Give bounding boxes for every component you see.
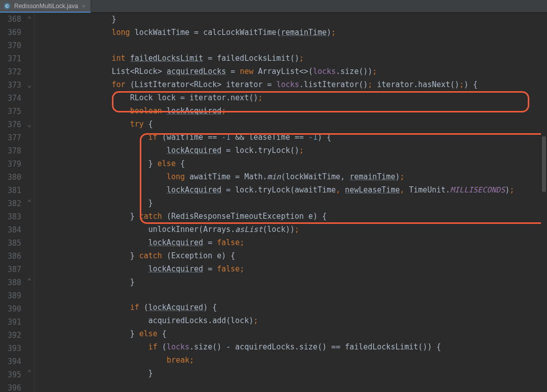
file-tab[interactable]: C RedissonMultiLock.java × — [0, 0, 91, 12]
code-line: lockAcquired = lock.tryLock(awaitTime, n… — [38, 183, 547, 197]
line-number: 380 — [0, 171, 21, 184]
fold-marker — [24, 249, 34, 262]
fold-marker — [24, 353, 34, 366]
line-number: 375 — [0, 105, 21, 118]
line-number: 394 — [0, 355, 21, 368]
code-line — [38, 39, 547, 52]
line-number: 372 — [0, 65, 21, 79]
line-number: 384 — [0, 223, 21, 237]
line-number: 395 — [0, 368, 21, 381]
line-number: 377 — [0, 131, 21, 144]
code-line: break; — [38, 354, 547, 367]
code-line: } else { — [38, 327, 547, 340]
fold-marker — [24, 314, 34, 327]
code-line: unlockInner(Arrays.asList(lock)); — [38, 223, 547, 236]
code-line: } catch (Exception e) { — [38, 249, 547, 262]
code-line: if (waitTime == -1 && leaseTime == -1) { — [38, 131, 547, 144]
close-icon[interactable]: × — [82, 0, 85, 13]
fold-marker — [24, 222, 34, 236]
code-area[interactable]: } long lockWaitTime = calcLockWaitTime(r… — [34, 13, 547, 392]
fold-marker[interactable]: ⌃ — [24, 13, 34, 26]
line-number: 368 — [0, 13, 21, 26]
line-number: 369 — [0, 26, 21, 39]
scroll-thumb[interactable] — [542, 136, 546, 192]
vertical-scrollbar[interactable] — [541, 25, 547, 392]
line-number: 389 — [0, 289, 21, 302]
fold-marker[interactable]: ⌃ — [24, 366, 34, 379]
fold-marker — [24, 327, 34, 340]
editor-tabbar: C RedissonMultiLock.java × — [0, 0, 547, 13]
code-line: long awaitTime = Math.min(lockWaitTime, … — [38, 170, 547, 183]
code-line: lockAcquired = lock.tryLock(); — [38, 144, 547, 157]
fold-gutter: ⌃⌄⌄⌃⌃⌃ — [24, 13, 34, 392]
line-number: 388 — [0, 276, 21, 289]
line-number: 393 — [0, 342, 21, 355]
code-line: } — [38, 367, 547, 380]
svg-text:C: C — [6, 4, 9, 9]
line-number: 383 — [0, 210, 21, 223]
fold-marker — [24, 26, 34, 39]
line-number: 381 — [0, 184, 21, 197]
code-line: long lockWaitTime = calcLockWaitTime(rem… — [38, 26, 547, 39]
fold-marker — [24, 261, 34, 275]
code-line: try { — [38, 117, 547, 131]
line-number: 387 — [0, 263, 21, 276]
fold-marker — [24, 183, 34, 196]
fold-marker[interactable]: ⌃ — [24, 196, 34, 209]
line-number: 378 — [0, 144, 21, 158]
fold-marker — [24, 340, 34, 354]
fold-marker[interactable]: ⌃ — [24, 275, 34, 288]
line-number-gutter: 3683693703713723733743753763773783793803… — [0, 13, 24, 392]
fold-marker — [24, 209, 34, 222]
code-line: } else { — [38, 157, 547, 170]
line-number: 396 — [0, 381, 21, 392]
fold-marker — [24, 157, 34, 170]
code-line: } — [38, 197, 547, 210]
line-number: 379 — [0, 158, 21, 171]
line-number: 373 — [0, 79, 21, 92]
line-number: 371 — [0, 52, 21, 65]
code-line: int failedLocksLimit = failedLocksLimit(… — [38, 52, 547, 65]
code-line: for (ListIterator<RLock> iterator = lock… — [38, 78, 547, 91]
code-line: lockAcquired = false; — [38, 262, 547, 276]
line-number: 374 — [0, 92, 21, 105]
code-line: List<RLock> acquiredLocks = new ArrayLis… — [38, 65, 547, 78]
line-number: 382 — [0, 197, 21, 210]
java-class-icon: C — [3, 2, 11, 10]
fold-marker — [24, 288, 34, 301]
fold-marker — [24, 379, 34, 392]
fold-marker — [24, 170, 34, 183]
code-editor[interactable]: 3683693703713723733743753763773783793803… — [0, 13, 547, 392]
code-line: if (lockAcquired) { — [38, 301, 547, 314]
code-line: acquiredLocks.add(lock); — [38, 314, 547, 327]
line-number: 370 — [0, 39, 21, 52]
fold-marker — [24, 52, 34, 65]
code-line — [38, 289, 547, 301]
code-line: if (locks.size() - acquiredLocks.size() … — [38, 340, 547, 354]
tab-filename: RedissonMultiLock.java — [14, 0, 78, 13]
code-line — [38, 380, 547, 392]
fold-marker — [24, 104, 34, 117]
line-number: 392 — [0, 329, 21, 342]
line-number: 391 — [0, 316, 21, 329]
line-number: 376 — [0, 118, 21, 131]
line-number: 386 — [0, 250, 21, 263]
fold-marker — [24, 91, 34, 104]
fold-marker — [24, 144, 34, 157]
fold-marker — [24, 131, 34, 144]
code-line: RLock lock = iterator.next(); — [38, 91, 547, 104]
fold-marker[interactable]: ⌄ — [24, 117, 34, 131]
fold-marker — [24, 301, 34, 314]
code-line: } — [38, 13, 547, 26]
line-number: 385 — [0, 237, 21, 250]
line-number: 390 — [0, 302, 21, 316]
code-line: } — [38, 276, 547, 289]
code-line: boolean lockAcquired; — [38, 104, 547, 117]
fold-marker — [24, 236, 34, 249]
fold-marker[interactable]: ⌄ — [24, 78, 34, 91]
code-line: lockAcquired = false; — [38, 236, 547, 249]
code-line: } catch (RedisResponseTimeoutException e… — [38, 210, 547, 223]
fold-marker — [24, 65, 34, 78]
fold-marker — [24, 39, 34, 52]
